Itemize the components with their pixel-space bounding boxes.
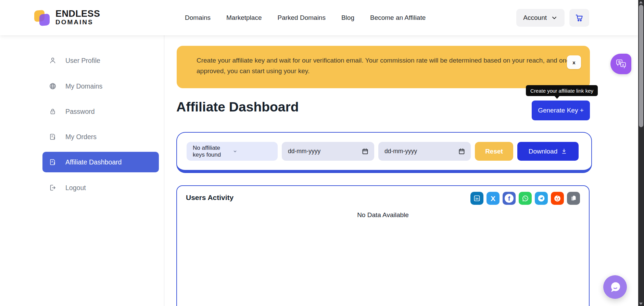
linkedin-icon[interactable]: in [470, 192, 483, 205]
brand-logo-icon [34, 9, 51, 27]
sidebar-item-user-profile[interactable]: User Profile [42, 53, 159, 68]
translate-icon: A [615, 58, 627, 70]
close-icon: x [572, 59, 575, 65]
account-sidebar: User Profile My Domains Password $ My Or… [0, 35, 164, 306]
sidebar-item-my-orders[interactable]: $ My Orders [42, 129, 159, 144]
sidebar-item-logout[interactable]: Logout [42, 180, 159, 195]
share-icons-row: in X f [470, 192, 580, 205]
x-twitter-icon[interactable]: X [487, 192, 500, 205]
svg-text:$: $ [54, 136, 55, 139]
scrollbar-down-arrow[interactable] [639, 303, 643, 305]
download-button[interactable]: Download [517, 142, 579, 161]
generate-key-button[interactable]: Generate Key + [532, 101, 590, 120]
facebook-icon[interactable]: f [503, 192, 516, 205]
lock-icon [49, 107, 57, 116]
tooltip-arrow [554, 96, 560, 102]
account-menu-button[interactable]: Account [516, 9, 565, 27]
calendar-icon[interactable] [458, 148, 465, 155]
banner-close-button[interactable]: x [567, 55, 581, 69]
brand-name-line1: ENDLESS [55, 9, 100, 18]
nav-become-an-affiliate[interactable]: Become an Affiliate [370, 14, 426, 22]
vertical-scrollbar [638, 0, 644, 306]
copy-icon[interactable] [567, 192, 580, 205]
users-activity-card: Users Activity in X f [176, 185, 590, 306]
chat-widget-button[interactable] [603, 275, 627, 299]
svg-text:A: A [622, 63, 624, 67]
shopping-cart-icon [575, 13, 584, 22]
date-from-input[interactable] [287, 147, 359, 155]
chevron-down-icon [551, 14, 558, 21]
filter-toolbar: No affiliate keys found Reset Downloa [176, 132, 592, 173]
reddit-icon[interactable] [551, 192, 564, 205]
brand-logo[interactable]: ENDLESS DOMAINS [34, 9, 100, 27]
page-title: Affiliate Dashboard [176, 99, 299, 115]
reset-button[interactable]: Reset [475, 142, 513, 161]
cart-button[interactable] [569, 9, 589, 27]
translate-widget-button[interactable]: A [610, 54, 631, 74]
top-header: ENDLESS DOMAINS Domains Marketplace Park… [0, 0, 638, 35]
sidebar-item-label: My Orders [65, 133, 97, 141]
main-nav: Domains Marketplace Parked Domains Blog … [185, 0, 426, 35]
globe-icon [49, 82, 57, 90]
date-from-field [282, 142, 374, 161]
generate-key-tooltip: Create your affiliate link key [526, 85, 598, 96]
sidebar-item-label: My Domains [65, 82, 102, 90]
invoice-dollar-icon: $ [49, 133, 57, 141]
sidebar-item-label: Affiliate Dashboard [65, 158, 122, 166]
sidebar-item-label: Password [65, 108, 95, 116]
chat-bubble-icon [608, 280, 622, 294]
account-label: Account [523, 14, 547, 22]
sidebar-item-affiliate-dashboard[interactable]: $ Affiliate Dashboard [42, 152, 159, 172]
nav-domains[interactable]: Domains [185, 14, 211, 22]
users-activity-title: Users Activity [186, 194, 233, 202]
brand-name-line2: DOMAINS [55, 18, 100, 26]
nav-marketplace[interactable]: Marketplace [226, 14, 262, 22]
telegram-icon[interactable] [535, 192, 548, 205]
scrollbar-thumb[interactable] [639, 5, 643, 127]
nav-parked-domains[interactable]: Parked Domains [277, 14, 325, 22]
logout-icon [49, 184, 57, 192]
chevron-down-icon [232, 149, 272, 154]
sidebar-item-my-domains[interactable]: My Domains [42, 79, 159, 94]
user-icon [49, 56, 57, 65]
no-data-message: No Data Available [177, 211, 589, 219]
affiliate-info-banner: Create your affiliate key and wait for o… [177, 46, 590, 88]
main-content: Create your affiliate key and wait for o… [164, 35, 638, 306]
svg-text:$: $ [54, 162, 55, 165]
affiliate-key-select-value: No affiliate keys found [193, 145, 232, 158]
nav-blog[interactable]: Blog [341, 14, 354, 22]
sidebar-item-label: Logout [65, 184, 86, 192]
svg-text:in: in [476, 197, 479, 200]
invoice-dollar-icon: $ [49, 158, 57, 166]
whatsapp-icon[interactable] [519, 192, 532, 205]
sidebar-item-label: User Profile [65, 57, 100, 65]
scrollbar-up-arrow[interactable] [639, 1, 643, 3]
banner-message: Create your affiliate key and wait for o… [197, 55, 580, 76]
date-to-input[interactable] [384, 147, 455, 155]
sidebar-item-password[interactable]: Password [42, 104, 159, 119]
affiliate-key-select[interactable]: No affiliate keys found [187, 142, 278, 161]
date-to-field [378, 142, 471, 161]
download-icon [561, 148, 567, 155]
calendar-icon[interactable] [362, 148, 369, 155]
